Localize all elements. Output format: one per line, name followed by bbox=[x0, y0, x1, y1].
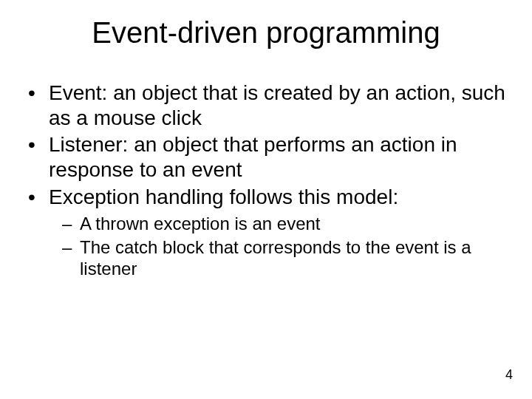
sub-bullet-item: The catch block that corresponds to the … bbox=[62, 236, 511, 281]
bullet-list: Event: an object that is created by an a… bbox=[25, 81, 511, 280]
bullet-item: Listener: an object that performs an act… bbox=[25, 132, 511, 183]
sub-bullet-item: A thrown exception is an event bbox=[62, 213, 511, 235]
page-number: 4 bbox=[505, 367, 513, 383]
slide-body: Event: an object that is created by an a… bbox=[0, 81, 532, 280]
slide: Event-driven programming Event: an objec… bbox=[0, 0, 532, 399]
bullet-text: Exception handling follows this model: bbox=[49, 185, 398, 208]
sub-bullet-list: A thrown exception is an event The catch… bbox=[49, 213, 511, 280]
slide-title: Event-driven programming bbox=[0, 0, 532, 50]
bullet-item: Event: an object that is created by an a… bbox=[25, 81, 511, 131]
bullet-item: Exception handling follows this model: A… bbox=[25, 185, 511, 280]
